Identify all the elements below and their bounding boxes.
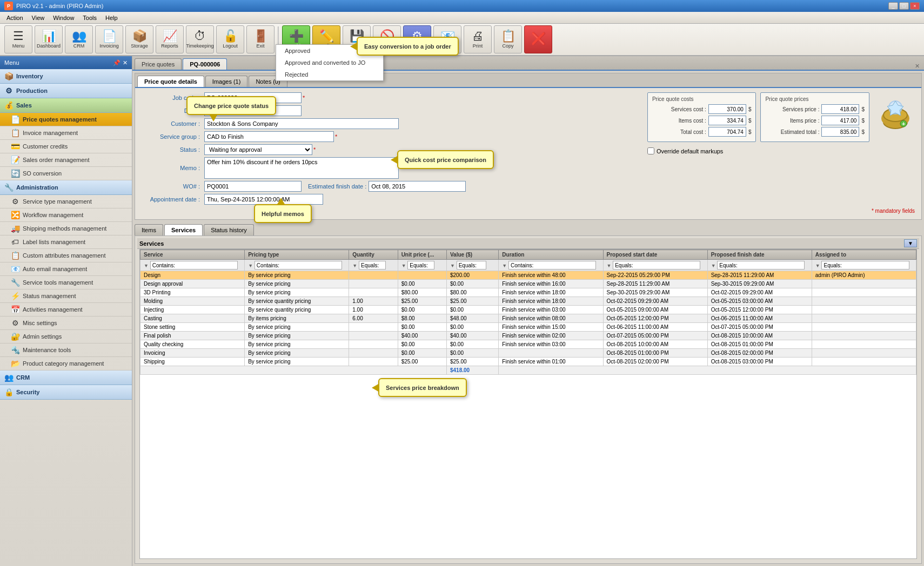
sidebar-item-service-type[interactable]: ⚙ Service type management bbox=[0, 195, 132, 208]
sidebar-item-maintenance[interactable]: 🔩 Maintenance tools bbox=[0, 343, 132, 357]
sidebar-pin-icon[interactable]: 📌 bbox=[113, 59, 120, 66]
table-row[interactable]: 3D Printing By service pricing $80.00 $8… bbox=[140, 288, 916, 297]
filter-start-input[interactable] bbox=[613, 261, 700, 269]
menu-window[interactable]: Window bbox=[49, 14, 78, 22]
sidebar-item-custom-attrs[interactable]: 📋 Custom attributes management bbox=[0, 249, 132, 262]
override-checkbox[interactable] bbox=[647, 147, 654, 154]
table-row[interactable]: Invoicing By service pricing $0.00 $0.00… bbox=[140, 349, 916, 358]
close-window-btn[interactable]: × bbox=[910, 2, 920, 10]
sidebar-section-admin[interactable]: 🔧 Administration ⚙ Service type manageme… bbox=[0, 180, 132, 370]
timekeeping-btn[interactable]: ⏱ Timekeeping bbox=[186, 25, 214, 53]
sidebar-item-workflow[interactable]: 🔀 Workflow management bbox=[0, 208, 132, 222]
inner-tab-details[interactable]: Price quote details bbox=[137, 76, 204, 87]
minimize-btn[interactable]: _ bbox=[888, 2, 898, 10]
filter-qty-input[interactable] bbox=[359, 261, 386, 269]
table-row[interactable]: Final polish By service pricing $40.00 $… bbox=[140, 332, 916, 340]
services-price-input[interactable] bbox=[821, 104, 859, 114]
items-price-input[interactable] bbox=[821, 116, 859, 125]
window-controls[interactable]: _ □ × bbox=[888, 2, 920, 10]
sidebar-item-price-quotes[interactable]: 📄 Price quotes management bbox=[0, 113, 132, 126]
filter-assigned-input[interactable] bbox=[821, 261, 909, 269]
filter-unit-input[interactable] bbox=[407, 261, 434, 269]
table-row[interactable]: Stone setting By service pricing $0.00 $… bbox=[140, 323, 916, 332]
invoicing-btn[interactable]: 📄 Invoicing bbox=[95, 25, 123, 53]
price-quotes-icon: 📄 bbox=[11, 115, 19, 124]
crm-btn-label: CRM bbox=[73, 43, 85, 49]
sidebar-item-activities[interactable]: 📅 Activities management bbox=[0, 303, 132, 316]
sidebar-admin-header[interactable]: 🔧 Administration bbox=[0, 180, 132, 195]
logout-btn[interactable]: 🔓 Logout bbox=[216, 25, 244, 53]
sidebar-section-security[interactable]: 🔒 Security bbox=[0, 385, 132, 400]
status-select[interactable]: Waiting for approval bbox=[204, 144, 312, 155]
estimated-total-input[interactable] bbox=[821, 127, 859, 137]
bottom-tab-items[interactable]: Items bbox=[135, 224, 163, 235]
reports-btn[interactable]: 📈 Reports bbox=[156, 25, 184, 53]
sidebar-item-auto-email[interactable]: 📧 Auto email management bbox=[0, 262, 132, 276]
estimated-finish-input[interactable] bbox=[369, 181, 466, 192]
close-btn[interactable]: ❌ bbox=[524, 25, 552, 53]
sidebar-security-header[interactable]: 🔒 Security bbox=[0, 385, 132, 400]
menu-btn[interactable]: ☰ Menu bbox=[4, 25, 32, 53]
sidebar-inventory-header[interactable]: 📦 Inventory bbox=[0, 69, 132, 84]
table-row[interactable]: Shipping By service pricing $25.00 $25.0… bbox=[140, 358, 916, 366]
filter-duration-input[interactable] bbox=[508, 261, 596, 269]
sidebar-item-service-tools[interactable]: 🔧 Service tools management bbox=[0, 276, 132, 289]
table-row[interactable]: Design By service pricing $200.00 Finish… bbox=[140, 271, 916, 280]
sidebar-item-admin-settings[interactable]: 🔐 Admin settings bbox=[0, 330, 132, 343]
total-cost-input[interactable] bbox=[708, 127, 746, 137]
sidebar-close-icon[interactable]: ✕ bbox=[123, 59, 128, 66]
table-row[interactable]: Quality checking By service pricing $0.0… bbox=[140, 340, 916, 349]
menu-view[interactable]: View bbox=[28, 14, 49, 22]
sidebar-section-sales[interactable]: 💰 Sales 📄 Price quotes management 📋 Invo… bbox=[0, 98, 132, 180]
menu-action[interactable]: Action bbox=[2, 14, 28, 22]
inner-tab-images[interactable]: Images (1) bbox=[205, 76, 248, 87]
filter-service-input[interactable] bbox=[150, 261, 238, 269]
table-row[interactable]: Design approval By service pricing $0.00… bbox=[140, 280, 916, 288]
maximize-btn[interactable]: □ bbox=[899, 2, 909, 10]
menu-tools[interactable]: Tools bbox=[78, 14, 101, 22]
sidebar-production-header[interactable]: ⚙ Production bbox=[0, 84, 132, 98]
appointment-input[interactable] bbox=[204, 194, 323, 205]
bottom-tab-status-history[interactable]: Status history bbox=[204, 224, 254, 235]
table-row[interactable]: Injecting By service quantity pricing 1.… bbox=[140, 306, 916, 314]
wo-input[interactable] bbox=[204, 181, 302, 192]
table-row[interactable]: Molding By service quantity pricing 1.00… bbox=[140, 297, 916, 306]
sidebar-section-production[interactable]: ⚙ Production bbox=[0, 84, 132, 98]
memo-input[interactable]: Offer him 10% discount if he orders 10pc… bbox=[204, 157, 399, 179]
exit-btn[interactable]: 🚪 Exit bbox=[246, 25, 274, 53]
table-row[interactable]: Casting By items pricing 6.00 $8.00 $48.… bbox=[140, 314, 916, 323]
tab-pq-000006[interactable]: PQ-000006 bbox=[183, 58, 227, 70]
sidebar-sales-header[interactable]: 💰 Sales bbox=[0, 98, 132, 113]
storage-btn[interactable]: 📦 Storage bbox=[125, 25, 153, 53]
sidebar-section-inventory[interactable]: 📦 Inventory bbox=[0, 69, 132, 84]
sidebar-item-customer-credits[interactable]: 💳 Customer credits bbox=[0, 140, 132, 153]
services-cost-input[interactable] bbox=[708, 104, 746, 114]
filter-value-input[interactable] bbox=[457, 261, 486, 269]
close-tab-icon[interactable]: ✕ bbox=[913, 63, 922, 70]
filter-pricing-input[interactable] bbox=[255, 261, 342, 269]
customer-input[interactable] bbox=[204, 118, 399, 129]
tab-price-quotes[interactable]: Price quotes bbox=[135, 58, 182, 70]
sidebar-item-misc[interactable]: ⚙ Misc settings bbox=[0, 316, 132, 330]
sidebar-item-product-cat[interactable]: 📂 Product category management bbox=[0, 357, 132, 370]
items-cost-input[interactable] bbox=[708, 116, 746, 125]
sidebar-section-crm[interactable]: 👥 CRM bbox=[0, 370, 132, 385]
service-group-input[interactable] bbox=[204, 131, 334, 142]
copy-btn[interactable]: 📋 Copy bbox=[494, 25, 522, 53]
filter-finish-input[interactable] bbox=[717, 261, 805, 269]
sidebar-item-so-conversion[interactable]: 🔄 SO conversion bbox=[0, 167, 132, 180]
status-rejected[interactable]: Rejected bbox=[276, 69, 383, 80]
sidebar-item-sales-order[interactable]: 📝 Sales order management bbox=[0, 153, 132, 167]
expand-btn[interactable]: ▼ bbox=[904, 239, 917, 247]
dashboard-btn[interactable]: 📊 Dashboard bbox=[35, 25, 63, 53]
status-approved-jo[interactable]: Approved and converted to JO bbox=[276, 57, 383, 69]
print-btn[interactable]: 🖨 Print bbox=[464, 25, 492, 53]
sidebar-item-invoice-mgmt[interactable]: 📋 Invoice management bbox=[0, 126, 132, 140]
sidebar-item-shipping[interactable]: 🚚 Shipping methods management bbox=[0, 222, 132, 235]
sidebar-crm-header[interactable]: 👥 CRM bbox=[0, 370, 132, 385]
menu-help[interactable]: Help bbox=[101, 14, 122, 22]
bottom-tab-services[interactable]: Services bbox=[164, 224, 203, 235]
sidebar-item-label-lists[interactable]: 🏷 Label lists management bbox=[0, 235, 132, 249]
crm-btn[interactable]: 👥 CRM bbox=[65, 25, 93, 53]
sidebar-item-status-mgmt[interactable]: ⚡ Status management bbox=[0, 289, 132, 303]
